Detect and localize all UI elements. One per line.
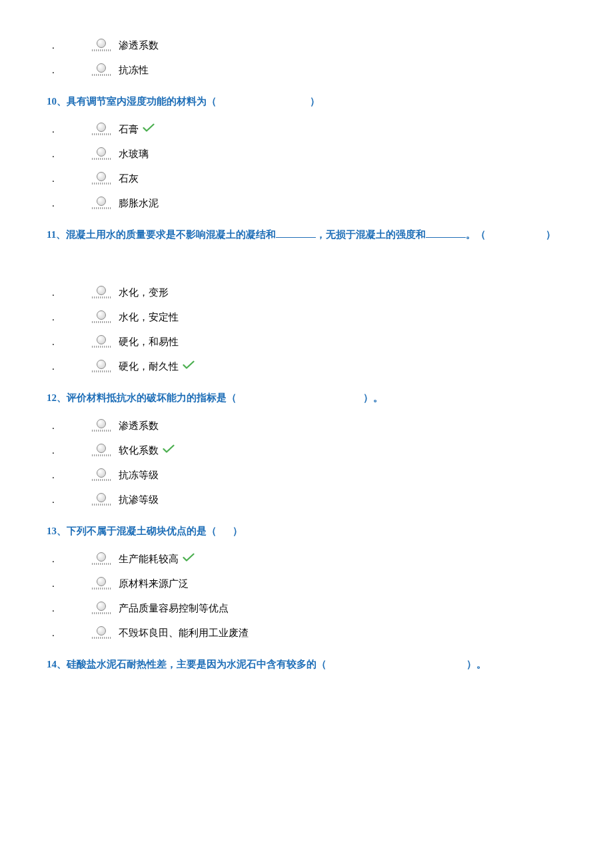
radio-button[interactable] — [92, 552, 111, 565]
option-text: 不毁坏良田、能利用工业废渣 — [119, 627, 249, 639]
stem-post: ） — [233, 526, 243, 536]
radio-button[interactable] — [92, 310, 111, 323]
option-text: 软化系数 — [119, 444, 159, 456]
option-text: 硬化，耐久性 — [119, 360, 179, 372]
option-row: . 水化，安定性 — [47, 310, 580, 323]
blank-underline — [426, 227, 466, 238]
option-row: . 膨胀水泥 — [47, 197, 580, 209]
radio-button[interactable] — [92, 626, 111, 639]
list-bullet: . — [47, 197, 92, 209]
stem-pre: 12、评价材料抵抗水的破坏能力的指标是（ — [47, 392, 237, 403]
option-text: 抗冻性 — [119, 64, 149, 76]
radio-button[interactable] — [92, 419, 111, 432]
list-bullet: . — [47, 602, 92, 614]
option-row: . 不毁坏良田、能利用工业废渣 — [47, 626, 580, 639]
question-11-stem: 11、混凝土用水的质量要求是不影响混凝土的凝结和，无损于混凝土的强度和。（） — [47, 226, 580, 244]
option-text: 硬化，和易性 — [119, 336, 179, 348]
radio-button[interactable] — [92, 444, 111, 456]
question-12-options: . 渗透系数 . 软化系数 . 抗冻等级 . 抗渗等级 — [47, 419, 580, 506]
option-text: 水化，安定性 — [119, 311, 179, 323]
list-bullet: . — [47, 286, 92, 298]
list-bullet: . — [47, 123, 92, 135]
radio-button[interactable] — [92, 197, 111, 209]
option-text: 水玻璃 — [119, 148, 149, 160]
question-14-stem: 14、硅酸盐水泥石耐热性差，主要是因为水泥石中含有较多的（）。 — [47, 655, 580, 673]
radio-button[interactable] — [92, 172, 111, 185]
stem-part-c: 。（ — [466, 229, 486, 240]
stem-pre: 14、硅酸盐水泥石耐热性差，主要是因为水泥石中含有较多的（ — [47, 659, 326, 669]
check-icon — [183, 553, 195, 565]
stem-part-a: 11、混凝土用水的质量要求是不影响混凝土的凝结和 — [47, 229, 276, 240]
question-13-options: . 生产能耗较高 . 原材料来源广泛 . 产品质量容易控制等优点 . 不毁坏良田… — [47, 552, 580, 639]
list-bullet: . — [47, 64, 92, 76]
list-bullet: . — [47, 39, 92, 51]
stem-pre: 13、下列不属于混凝土砌块优点的是（ — [47, 526, 217, 536]
option-row: . 渗透系数 — [47, 419, 580, 432]
option-text: 生产能耗较高 — [119, 553, 179, 565]
question-12-stem: 12、评价材料抵抗水的破坏能力的指标是（）。 — [47, 389, 580, 407]
radio-button[interactable] — [92, 147, 111, 160]
option-row: . 水玻璃 — [47, 147, 580, 160]
stem-post: ）。 — [363, 392, 383, 403]
question-11-options: . 水化，变形 . 水化，安定性 . 硬化，和易性 . 硬化，耐久性 — [47, 286, 580, 372]
option-row: . 生产能耗较高 — [47, 552, 580, 565]
stem-pre: 10、具有调节室内湿度功能的材料为（ — [47, 96, 217, 107]
radio-button[interactable] — [92, 468, 111, 481]
option-text: 渗透系数 — [119, 39, 159, 51]
option-row: . 软化系数 — [47, 444, 580, 456]
radio-button[interactable] — [92, 360, 111, 372]
option-row: . 原材料来源广泛 — [47, 577, 580, 590]
option-row: . 产品质量容易控制等优点 — [47, 602, 580, 614]
option-row: . 石膏 — [47, 123, 580, 135]
list-bullet: . — [47, 336, 92, 348]
check-icon — [183, 360, 195, 372]
stem-post: ） — [310, 96, 320, 107]
option-text: 石膏 — [119, 123, 139, 135]
radio-button[interactable] — [92, 335, 111, 348]
list-bullet: . — [47, 627, 92, 639]
list-bullet: . — [47, 494, 92, 506]
option-row: . 硬化，和易性 — [47, 335, 580, 348]
option-text: 抗冻等级 — [119, 469, 159, 481]
option-text: 石灰 — [119, 173, 139, 185]
list-bullet: . — [47, 578, 92, 590]
option-text: 膨胀水泥 — [119, 197, 159, 209]
option-text: 渗透系数 — [119, 420, 159, 432]
blank-underline — [276, 227, 316, 238]
check-icon — [163, 444, 175, 456]
list-bullet: . — [47, 420, 92, 432]
radio-button[interactable] — [92, 123, 111, 135]
list-bullet: . — [47, 360, 92, 372]
option-row: . 石灰 — [47, 172, 580, 185]
radio-button[interactable] — [92, 286, 111, 298]
option-row: . 抗冻性 — [47, 63, 580, 76]
option-row: . 硬化，耐久性 — [47, 360, 580, 372]
option-row: . 水化，变形 — [47, 286, 580, 298]
stem-post: ）。 — [466, 659, 486, 669]
option-text: 产品质量容易控制等优点 — [119, 602, 229, 614]
question-10-stem: 10、具有调节室内湿度功能的材料为（） — [47, 93, 580, 111]
list-bullet: . — [47, 553, 92, 565]
option-row: . 抗冻等级 — [47, 468, 580, 481]
stem-part-b: ，无损于混凝土的强度和 — [316, 229, 426, 240]
option-text: 抗渗等级 — [119, 494, 159, 506]
radio-button[interactable] — [92, 577, 111, 590]
list-bullet: . — [47, 173, 92, 185]
list-bullet: . — [47, 444, 92, 456]
stem-part-d: ） — [546, 229, 556, 240]
question-10-options: . 石膏 . 水玻璃 . 石灰 . 膨胀水泥 — [47, 123, 580, 209]
list-bullet: . — [47, 311, 92, 323]
option-text: 原材料来源广泛 — [119, 578, 189, 590]
radio-button[interactable] — [92, 39, 111, 51]
radio-button[interactable] — [92, 63, 111, 76]
question-13-stem: 13、下列不属于混凝土砌块优点的是（） — [47, 522, 580, 540]
list-bullet: . — [47, 148, 92, 160]
option-row: . 抗渗等级 — [47, 493, 580, 506]
option-text: 水化，变形 — [119, 286, 169, 298]
radio-button[interactable] — [92, 493, 111, 506]
radio-button[interactable] — [92, 602, 111, 614]
list-bullet: . — [47, 469, 92, 481]
question-9-options-tail: . 渗透系数 . 抗冻性 — [47, 39, 580, 76]
check-icon — [143, 123, 155, 135]
option-row: . 渗透系数 — [47, 39, 580, 51]
